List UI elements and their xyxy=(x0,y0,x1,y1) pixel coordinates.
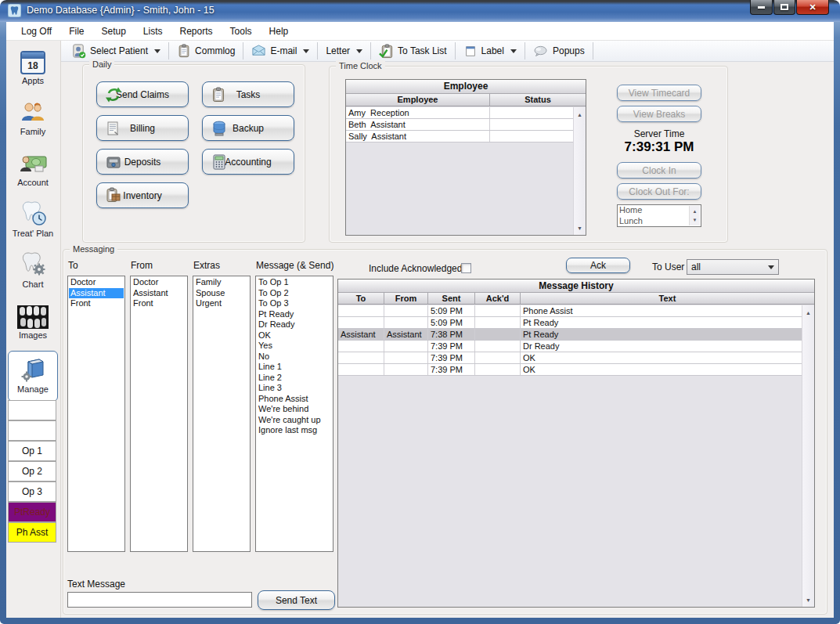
clock-out-list-scrollbar[interactable]: ▲ ▼ xyxy=(689,206,700,225)
history-row[interactable]: 7:39 PM OK xyxy=(338,364,802,376)
message-item[interactable]: Dr Ready xyxy=(257,319,332,330)
history-row[interactable]: 7:39 PM Dr Ready xyxy=(338,341,802,352)
to-item-front[interactable]: Front xyxy=(69,298,124,309)
menu-reports[interactable]: Reports xyxy=(171,23,222,39)
sidebar-item-manage[interactable]: Manage xyxy=(8,351,58,402)
from-item-assistant[interactable]: Assistant xyxy=(132,288,186,299)
billing-button[interactable]: Billing xyxy=(96,115,189,141)
sidebar-item-family[interactable]: Family xyxy=(8,94,58,145)
menu-tools[interactable]: Tools xyxy=(222,23,261,39)
send-text-button[interactable]: Send Text xyxy=(258,590,335,610)
message-history-body: 5:09 PM Phone Assist 5:09 PM Pt Ready As… xyxy=(338,305,814,607)
minimize-button[interactable] xyxy=(750,0,773,15)
send-claims-button[interactable]: Send Claims xyxy=(96,81,189,107)
tasks-button[interactable]: Tasks xyxy=(202,81,294,107)
scroll-down-icon[interactable]: ▼ xyxy=(690,215,700,225)
sidebar-item-treat-plan[interactable]: Treat' Plan xyxy=(8,196,58,247)
employee-row[interactable]: Beth Assistant xyxy=(346,119,573,131)
extras-item-family[interactable]: Family xyxy=(194,277,249,288)
clock-out-for-button[interactable]: Clock Out For: xyxy=(617,183,701,200)
label-button[interactable]: Label xyxy=(458,41,522,61)
from-item-front[interactable]: Front xyxy=(132,298,186,309)
select-patient-button[interactable]: Select Patient xyxy=(66,41,166,61)
menu-lists[interactable]: Lists xyxy=(135,23,171,39)
message-item[interactable]: Pt Ready xyxy=(257,309,332,320)
message-item[interactable]: Line 2 xyxy=(257,373,332,384)
message-item[interactable]: Phone Assist xyxy=(257,394,332,405)
to-column-header: To xyxy=(338,293,384,304)
include-acknowledged-checkbox[interactable] xyxy=(461,263,471,273)
toolbar-separator xyxy=(593,42,593,60)
history-row[interactable]: 5:09 PM Pt Ready xyxy=(338,317,802,329)
menu-setup[interactable]: Setup xyxy=(92,23,134,39)
quick-cell-op3[interactable]: Op 3 xyxy=(8,482,56,502)
sidebar-item-images[interactable]: Images xyxy=(8,298,58,348)
menu-help[interactable]: Help xyxy=(261,23,297,39)
quick-cell-ph-asst[interactable]: Ph Asst xyxy=(8,522,56,543)
sidebar-item-account[interactable]: Account xyxy=(8,145,58,196)
sidebar-item-chart[interactable]: Chart xyxy=(8,247,58,298)
ack-button[interactable]: Ack xyxy=(566,258,630,273)
message-item[interactable]: Ignore last msg xyxy=(257,425,332,436)
extras-item-spouse[interactable]: Spouse xyxy=(194,288,249,299)
to-task-list-button[interactable]: To Task List xyxy=(373,41,452,61)
message-send-list[interactable]: To Op 1 To Op 2 To Op 3 Pt Ready Dr Read… xyxy=(255,276,333,552)
history-row[interactable]: 5:09 PM Phone Assist xyxy=(338,305,802,317)
include-acknowledged-label: Include Acknowledged xyxy=(369,263,462,274)
from-list[interactable]: Doctor Assistant Front xyxy=(130,276,188,552)
employee-row[interactable]: Sally Assistant xyxy=(346,131,573,142)
employee-row[interactable]: Amy Reception xyxy=(346,107,573,119)
toolbar-separator xyxy=(525,42,525,60)
message-item[interactable]: Line 3 xyxy=(257,383,332,394)
extras-list[interactable]: Family Spouse Urgent xyxy=(193,276,251,552)
view-breaks-button[interactable]: View Breaks xyxy=(617,106,701,122)
quick-cell-op1[interactable]: Op 1 xyxy=(8,441,56,461)
accounting-button[interactable]: Accounting xyxy=(202,149,294,175)
to-item-doctor[interactable]: Doctor xyxy=(69,277,124,288)
popups-button[interactable]: Popups xyxy=(528,41,590,61)
message-history-scrollbar[interactable]: ▲ ▼ xyxy=(802,305,814,607)
commlog-button[interactable]: Commlog xyxy=(171,41,240,61)
employee-table-scrollbar[interactable]: ▲ ▼ xyxy=(573,107,586,235)
message-item[interactable]: To Op 2 xyxy=(257,288,332,299)
backup-button[interactable]: Backup xyxy=(202,115,294,141)
quick-cell-ptready[interactable]: PtReady xyxy=(8,502,56,522)
to-list-label: To xyxy=(68,260,78,271)
close-button[interactable]: ✕ xyxy=(796,0,829,15)
scroll-down-icon[interactable]: ▼ xyxy=(574,222,586,234)
message-item[interactable]: OK xyxy=(257,330,332,341)
clock-out-options-list[interactable]: Home Lunch ▲ ▼ xyxy=(617,204,701,227)
sidebar-item-appts[interactable]: 18 Appts xyxy=(8,43,58,94)
to-user-dropdown[interactable]: all xyxy=(687,259,779,275)
view-timecard-button[interactable]: View Timecard xyxy=(617,85,701,101)
message-item[interactable]: Line 1 xyxy=(257,362,332,373)
message-item[interactable]: No xyxy=(257,352,332,362)
message-item[interactable]: To Op 1 xyxy=(257,277,332,288)
toolbar-separator xyxy=(370,42,371,60)
scroll-up-icon[interactable]: ▲ xyxy=(574,108,586,121)
scroll-up-icon[interactable]: ▲ xyxy=(802,306,814,319)
message-item[interactable]: We're caught up xyxy=(257,415,332,426)
extras-item-urgent[interactable]: Urgent xyxy=(194,298,249,309)
quick-cell-op2[interactable]: Op 2 xyxy=(8,461,56,482)
letter-button[interactable]: Letter xyxy=(320,41,368,61)
text-message-input[interactable] xyxy=(67,592,252,608)
employee-table-body: Amy Reception Beth Assistant Sally Assis… xyxy=(346,107,586,235)
history-row-selected[interactable]: Assistant Assistant 7:38 PM Pt Ready xyxy=(338,329,802,341)
label-dropdown-arrow xyxy=(510,49,517,53)
message-item[interactable]: We're behind xyxy=(257,404,332,415)
maximize-button[interactable] xyxy=(773,0,795,15)
deposits-button[interactable]: Deposits xyxy=(96,149,189,175)
clock-in-button[interactable]: Clock In xyxy=(617,162,701,179)
to-item-assistant[interactable]: Assistant xyxy=(69,288,124,299)
message-item[interactable]: To Op 3 xyxy=(257,298,332,309)
history-row[interactable]: 7:39 PM OK xyxy=(338,352,802,364)
scroll-down-icon[interactable]: ▼ xyxy=(802,593,814,606)
menu-file[interactable]: File xyxy=(60,23,92,39)
inventory-button[interactable]: Inventory xyxy=(96,182,189,208)
from-item-doctor[interactable]: Doctor xyxy=(132,277,186,288)
email-button[interactable]: E-mail xyxy=(246,41,315,61)
to-list[interactable]: Doctor Assistant Front xyxy=(67,276,125,552)
menu-log-off[interactable]: Log Off xyxy=(13,23,60,39)
message-item[interactable]: Yes xyxy=(257,341,332,352)
